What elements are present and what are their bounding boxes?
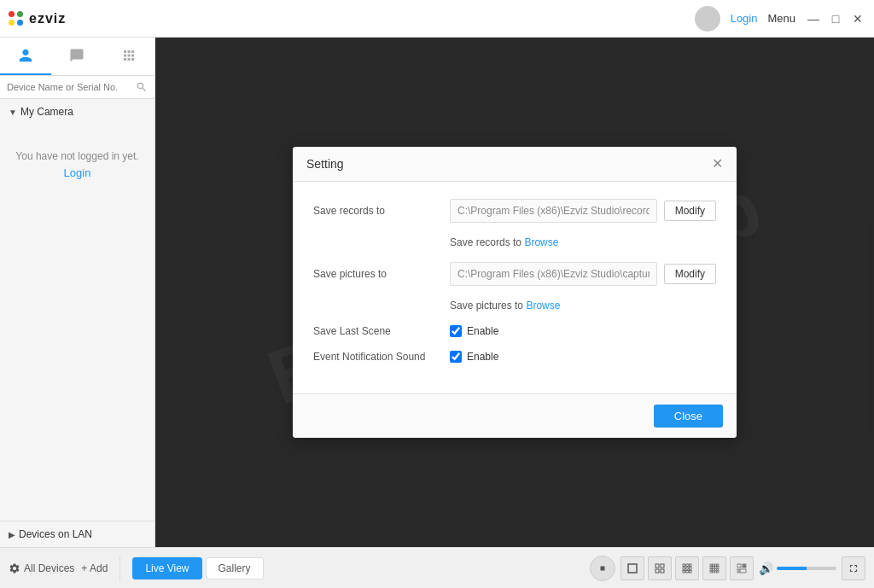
svg-rect-26 xyxy=(717,568,719,570)
tab-messages[interactable] xyxy=(51,38,102,75)
svg-rect-17 xyxy=(714,564,716,566)
svg-rect-14 xyxy=(690,570,692,573)
svg-rect-8 xyxy=(690,564,692,567)
event-notification-enable-label[interactable]: Enable xyxy=(467,351,498,363)
login-link[interactable]: Login xyxy=(731,12,758,25)
event-notification-checkbox[interactable] xyxy=(450,351,462,363)
svg-rect-35 xyxy=(745,566,747,568)
save-pictures-input[interactable] xyxy=(450,262,657,286)
sidebar-login-link[interactable]: Login xyxy=(7,166,148,179)
message-icon xyxy=(69,48,84,63)
gallery-tab[interactable]: Gallery xyxy=(206,557,264,579)
restore-button[interactable]: □ xyxy=(828,11,843,26)
fullscreen-icon xyxy=(848,562,859,574)
save-pictures-row: Save pictures to Modify xyxy=(313,262,716,286)
my-camera-label: My Camera xyxy=(20,106,73,118)
my-camera-section[interactable]: ▼ My Camera xyxy=(0,99,154,125)
volume-area: 🔊 xyxy=(759,562,836,575)
apps-icon xyxy=(121,48,137,63)
not-logged-text: You have not logged in yet. xyxy=(7,148,148,165)
logo-dots xyxy=(9,11,24,26)
svg-rect-31 xyxy=(737,564,741,568)
svg-rect-10 xyxy=(686,567,689,569)
save-records-browse-row: Save records to Browse xyxy=(450,236,716,248)
svg-rect-23 xyxy=(710,568,712,570)
save-last-scene-checkbox[interactable] xyxy=(450,325,462,337)
save-records-browse-link[interactable]: Browse xyxy=(524,236,558,248)
main-content: BestDrift.Club Setting ✕ Save records to… xyxy=(155,38,874,547)
svg-rect-33 xyxy=(745,564,747,566)
svg-rect-37 xyxy=(740,569,746,573)
modal-footer: Close xyxy=(293,393,737,438)
tab-apps[interactable] xyxy=(103,38,154,75)
save-records-input[interactable] xyxy=(450,199,657,223)
gear-icon xyxy=(9,562,20,574)
svg-rect-4 xyxy=(656,569,659,573)
settings-modal: Setting ✕ Save records to Modify Save re… xyxy=(293,147,737,438)
svg-rect-25 xyxy=(714,568,716,570)
svg-rect-32 xyxy=(743,564,744,566)
save-pictures-browse-row: Save pictures to Browse xyxy=(450,300,716,311)
stop-button[interactable] xyxy=(590,556,615,581)
devices-on-lan[interactable]: ▶ Devices on LAN xyxy=(0,521,154,547)
modal-close-button[interactable]: Close xyxy=(654,405,723,428)
svg-rect-15 xyxy=(710,564,712,566)
user-icon xyxy=(18,48,33,63)
layout-custom-icon xyxy=(737,563,747,573)
layout-3x3-button[interactable] xyxy=(675,556,699,580)
dot-yellow xyxy=(9,20,15,26)
lan-arrow-icon: ▶ xyxy=(9,530,15,539)
event-notification-row: Event Notification Sound Enable xyxy=(313,351,716,363)
layout-4x4-button[interactable] xyxy=(702,556,726,580)
svg-rect-1 xyxy=(628,564,637,573)
modal-close-icon[interactable]: ✕ xyxy=(712,157,723,171)
volume-slider[interactable] xyxy=(777,567,836,570)
search-input[interactable] xyxy=(7,82,136,92)
settings-button[interactable]: All Devices xyxy=(9,562,74,574)
save-last-scene-row: Save Last Scene Enable xyxy=(313,325,716,337)
close-button[interactable]: ✕ xyxy=(850,11,865,26)
svg-rect-29 xyxy=(714,571,716,573)
dot-green xyxy=(17,11,23,17)
dot-blue xyxy=(17,20,23,26)
add-device-button[interactable]: + Add xyxy=(81,562,108,574)
layout-16-icon xyxy=(709,563,720,573)
save-last-scene-enable-label[interactable]: Enable xyxy=(467,325,498,337)
modal-header: Setting ✕ xyxy=(293,147,737,182)
save-records-browse-prefix: Save records to xyxy=(450,236,524,248)
svg-rect-21 xyxy=(714,566,716,568)
layout-custom-button[interactable] xyxy=(730,556,754,580)
layout-1-icon xyxy=(627,563,638,573)
volume-icon[interactable]: 🔊 xyxy=(759,562,773,575)
save-last-scene-check-area: Enable xyxy=(450,325,498,337)
tab-devices[interactable] xyxy=(0,38,51,75)
svg-rect-12 xyxy=(683,570,685,573)
save-pictures-modify-button[interactable]: Modify xyxy=(664,264,716,284)
minimize-button[interactable]: — xyxy=(806,11,821,26)
bottom-toolbar: All Devices + Add Live View Gallery xyxy=(0,547,874,588)
save-records-label: Save records to xyxy=(313,205,450,217)
title-bar-left: ezviz xyxy=(9,11,66,26)
svg-rect-30 xyxy=(717,571,719,573)
event-notification-check-area: Enable xyxy=(450,351,498,363)
svg-rect-28 xyxy=(713,571,714,573)
fullscreen-button[interactable] xyxy=(842,556,865,580)
svg-rect-24 xyxy=(713,568,714,570)
layout-1x1-button[interactable] xyxy=(621,556,644,580)
main-layout: ▼ My Camera You have not logged in yet. … xyxy=(0,38,874,547)
save-records-modify-button[interactable]: Modify xyxy=(664,201,716,221)
sidebar-content: You have not logged in yet. Login xyxy=(0,125,154,521)
layout-2x2-button[interactable] xyxy=(648,556,672,580)
svg-rect-34 xyxy=(743,566,744,568)
live-view-tab[interactable]: Live View xyxy=(132,557,201,579)
svg-rect-6 xyxy=(683,564,685,567)
svg-rect-11 xyxy=(690,567,692,569)
menu-link[interactable]: Menu xyxy=(767,12,795,25)
save-pictures-browse-link[interactable]: Browse xyxy=(526,300,560,311)
avatar xyxy=(695,6,720,32)
save-last-scene-label: Save Last Scene xyxy=(313,325,450,337)
svg-rect-9 xyxy=(683,567,685,569)
search-area xyxy=(0,76,154,99)
layout-buttons xyxy=(621,556,754,580)
svg-rect-22 xyxy=(717,566,719,568)
